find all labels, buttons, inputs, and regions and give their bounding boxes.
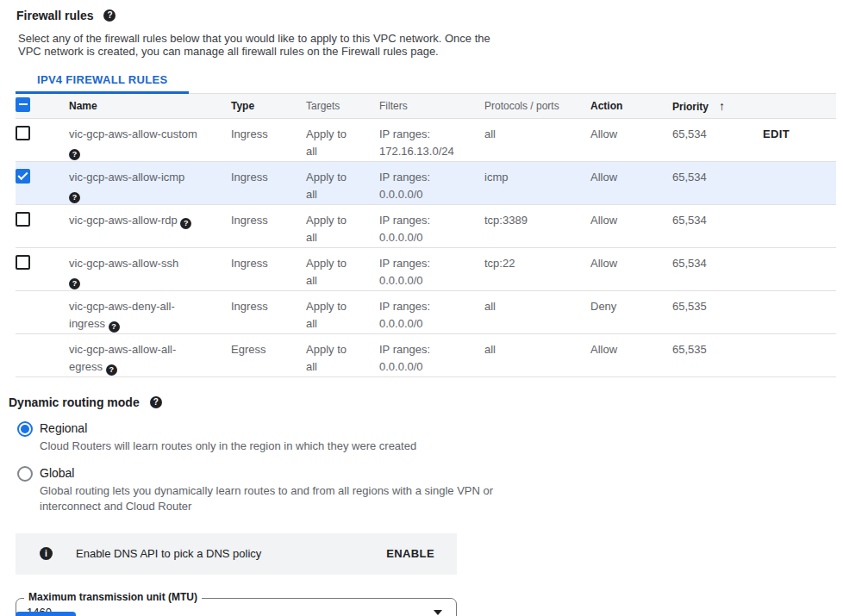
rule-priority: 65,534 xyxy=(672,204,763,247)
info-icon: i xyxy=(40,547,53,560)
rule-action: Allow xyxy=(590,118,672,161)
help-icon[interactable]: ? xyxy=(69,149,80,160)
tab-ipv4-firewall-rules[interactable]: IPV4 FIREWALL RULES xyxy=(16,69,189,94)
rule-protocols: all xyxy=(484,118,590,161)
row-checkbox[interactable] xyxy=(16,255,30,270)
rule-priority: 65,534 xyxy=(672,118,763,161)
sort-ascending-icon[interactable]: ↑ xyxy=(719,99,725,113)
rule-filters: IP ranges: 172.16.13.0/24 xyxy=(379,118,484,161)
firewall-rules-description: Select any of the firewall rules below t… xyxy=(18,32,843,58)
dns-banner-message: Enable DNS API to pick a DNS policy xyxy=(76,547,261,560)
help-icon[interactable]: ? xyxy=(69,192,80,203)
firewall-rules-title-text: Firewall rules xyxy=(16,9,93,22)
rule-targets: Apply to all xyxy=(306,247,379,290)
rule-filters: IP ranges: 0.0.0.0/0 xyxy=(379,204,484,247)
rule-priority: 65,534 xyxy=(672,161,763,204)
mtu-field-wrapper: 1460 Maximum transmission unit (MTU) xyxy=(16,598,457,616)
rule-targets: Apply to all xyxy=(306,290,379,333)
dynamic-routing-mode-title: Dynamic routing mode ? xyxy=(9,395,843,409)
radio-button-regional[interactable] xyxy=(17,421,33,437)
rule-protocols: all xyxy=(484,333,590,376)
rule-protocols: icmp xyxy=(484,161,590,204)
column-header-action[interactable]: Action xyxy=(590,94,672,118)
rule-action: Allow xyxy=(590,161,672,204)
rule-protocols: all xyxy=(484,290,590,333)
dynamic-routing-mode-title-text: Dynamic routing mode xyxy=(9,395,140,409)
rule-filters: IP ranges: 0.0.0.0/0 xyxy=(379,290,484,333)
help-icon[interactable]: ? xyxy=(109,321,120,333)
help-icon[interactable]: ? xyxy=(180,218,191,229)
edit-button[interactable]: EDIT xyxy=(763,128,790,140)
rule-action: Allow xyxy=(590,204,672,247)
enable-button[interactable]: ENABLE xyxy=(386,547,434,560)
row-checkbox[interactable] xyxy=(16,126,30,140)
help-icon[interactable]: ? xyxy=(150,396,162,408)
rule-type: Ingress xyxy=(231,290,306,333)
column-header-filters[interactable]: Filters xyxy=(379,94,484,118)
help-icon[interactable]: ? xyxy=(106,364,117,376)
row-checkbox[interactable] xyxy=(16,212,30,227)
rule-targets: Apply to all xyxy=(306,118,379,161)
rule-name: vic-gcp-aws-deny-all- ingress xyxy=(69,300,175,330)
radio-description-regional: Cloud Routers will learn routes only in … xyxy=(40,439,416,454)
rule-priority: 65,534 xyxy=(672,247,763,290)
rule-priority: 65,535 xyxy=(672,290,763,333)
rule-type: Ingress xyxy=(231,161,306,204)
rule-action: Deny xyxy=(590,290,672,333)
rule-name: vic-gcp-aws-allow-ssh xyxy=(69,257,178,270)
dropdown-arrow-icon[interactable] xyxy=(434,610,442,615)
mtu-field-label: Maximum transmission unit (MTU) xyxy=(24,591,202,603)
rule-type: Ingress xyxy=(231,247,306,290)
rule-name: vic-gcp-aws-allow-rdp xyxy=(69,214,178,227)
rule-name: vic-gcp-aws-allow-all- egress xyxy=(69,343,176,373)
help-icon[interactable]: ? xyxy=(69,278,80,289)
column-header-protocols[interactable]: Protocols / ports xyxy=(484,94,590,118)
column-header-type[interactable]: Type xyxy=(231,94,306,118)
radio-label-global[interactable]: Global xyxy=(40,465,493,481)
select-all-checkbox[interactable] xyxy=(16,97,30,112)
tab-bar: IPV4 FIREWALL RULES xyxy=(16,69,836,94)
rule-filters: IP ranges: 0.0.0.0/0 xyxy=(379,333,484,376)
dns-info-banner: i Enable DNS API to pick a DNS policy EN… xyxy=(16,533,457,575)
row-checkbox[interactable] xyxy=(16,169,30,184)
rule-filters: IP ranges: 0.0.0.0/0 xyxy=(379,161,484,204)
table-row: vic-gcp-aws-allow-icmp ? Ingress Apply t… xyxy=(16,161,836,204)
rule-type: Ingress xyxy=(231,118,306,161)
radio-button-global[interactable] xyxy=(17,466,33,482)
rule-type: Egress xyxy=(231,333,306,376)
rule-targets: Apply to all xyxy=(306,333,379,376)
column-header-priority-label: Priority xyxy=(672,101,709,113)
firewall-rules-table: Name Type Targets Filters Protocols / po… xyxy=(16,94,836,377)
column-header-targets[interactable]: Targets xyxy=(306,94,379,118)
table-row: vic-gcp-aws-allow-rdp ? Ingress Apply to… xyxy=(16,204,836,247)
radio-option-regional: Regional Cloud Routers will learn routes… xyxy=(17,420,843,454)
firewall-rules-title: Firewall rules ? xyxy=(16,9,843,22)
radio-label-regional[interactable]: Regional xyxy=(40,420,416,436)
rule-action: Allow xyxy=(590,247,672,290)
rule-targets: Apply to all xyxy=(306,161,379,204)
table-row: vic-gcp-aws-allow-custom ? Ingress Apply… xyxy=(16,118,836,161)
rule-priority: 65,535 xyxy=(672,333,763,376)
table-row: vic-gcp-aws-allow-ssh ? Ingress Apply to… xyxy=(16,247,836,290)
help-icon[interactable]: ? xyxy=(103,9,116,22)
rule-protocols: tcp:3389 xyxy=(484,204,590,247)
rule-filters: IP ranges: 0.0.0.0/0 xyxy=(379,247,484,290)
rule-type: Ingress xyxy=(231,204,306,247)
radio-option-global: Global Global routing lets you dynamical… xyxy=(17,465,843,514)
table-row: vic-gcp-aws-allow-all- egress ? Egress A… xyxy=(16,333,836,376)
table-row: vic-gcp-aws-deny-all- ingress ? Ingress … xyxy=(16,290,836,333)
create-button[interactable] xyxy=(16,612,76,616)
rule-protocols: tcp:22 xyxy=(484,247,590,290)
rule-name: vic-gcp-aws-allow-icmp xyxy=(69,171,184,184)
column-header-name[interactable]: Name xyxy=(69,94,231,118)
table-header-row: Name Type Targets Filters Protocols / po… xyxy=(16,94,836,118)
radio-description-global: Global routing lets you dynamically lear… xyxy=(40,483,493,514)
column-header-priority[interactable]: Priority↑ xyxy=(672,94,763,118)
rule-name: vic-gcp-aws-allow-custom xyxy=(69,128,197,140)
rule-action: Allow xyxy=(590,333,672,376)
rule-targets: Apply to all xyxy=(306,204,379,247)
